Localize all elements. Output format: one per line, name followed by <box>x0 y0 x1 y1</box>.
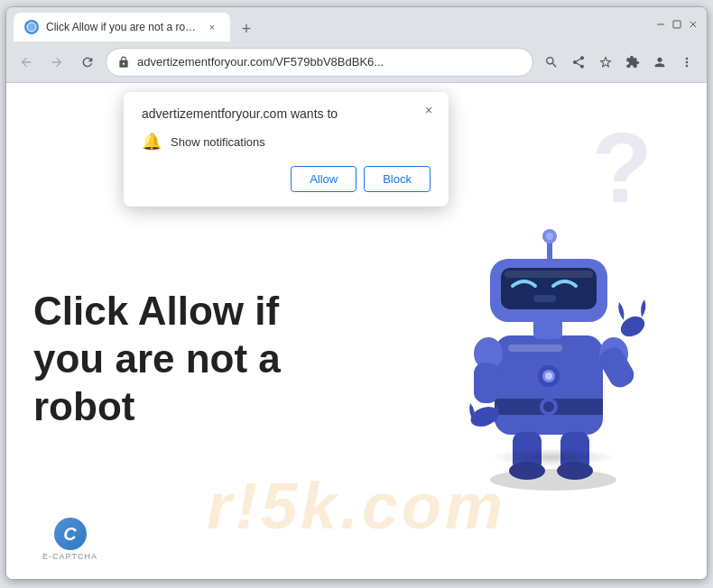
popup-actions: Allow Block <box>142 166 431 192</box>
bookmark-button[interactable] <box>593 50 618 75</box>
toolbar: advertizementforyour.com/VF579bbV8BdBK6.… <box>6 41 707 83</box>
url-text: advertizementforyour.com/VF579bbV8BdBK6.… <box>137 55 522 69</box>
window-controls <box>654 18 699 31</box>
popup-permission: 🔔 Show notifications <box>142 132 431 152</box>
svg-rect-8 <box>508 345 562 352</box>
close-window-button[interactable] <box>687 18 699 31</box>
minimize-button[interactable] <box>654 18 667 31</box>
lock-icon <box>117 56 130 69</box>
ecaptcha-logo-area: C E-CAPTCHA <box>42 518 97 561</box>
title-bar: Click Allow if you are not a robot × + <box>6 7 707 41</box>
svg-rect-11 <box>474 363 499 403</box>
maximize-button[interactable] <box>671 18 683 31</box>
tab-favicon <box>24 20 39 34</box>
extensions-button[interactable] <box>620 50 645 75</box>
back-button[interactable] <box>14 50 39 75</box>
tab-close-button[interactable]: × <box>205 20 219 34</box>
permission-text: Show notifications <box>171 135 265 149</box>
address-bar[interactable]: advertizementforyour.com/VF579bbV8BdBK6.… <box>106 48 533 77</box>
ecaptcha-label: E-CAPTCHA <box>42 552 97 561</box>
svg-rect-1 <box>657 24 664 25</box>
popup-title: advertizementforyour.com wants to <box>142 106 431 121</box>
menu-button[interactable] <box>674 50 699 75</box>
block-button[interactable]: Block <box>364 166 431 192</box>
main-heading: Click Allow if you are not a robot <box>33 288 304 430</box>
svg-point-26 <box>546 233 553 240</box>
popup-close-button[interactable]: × <box>420 101 438 119</box>
ecaptcha-icon: C <box>54 518 87 550</box>
robot-illustration <box>427 187 680 475</box>
robot-shadow <box>490 448 616 466</box>
search-button[interactable] <box>539 50 564 75</box>
svg-rect-2 <box>673 21 681 28</box>
toolbar-actions <box>539 50 699 75</box>
tab-title: Click Allow if you are not a robot <box>46 21 198 33</box>
reload-button[interactable] <box>75 50 100 75</box>
tabs-area: Click Allow if you are not a robot × + <box>14 7 647 41</box>
allow-button[interactable]: Allow <box>291 166 356 192</box>
new-tab-button[interactable]: + <box>234 16 259 41</box>
browser-window: Click Allow if you are not a robot × + <box>5 6 708 580</box>
bell-icon: 🔔 <box>142 132 162 152</box>
webpage: ? Click Allow if you are not a robot <box>6 83 707 579</box>
page-content: ? Click Allow if you are not a robot <box>6 83 707 579</box>
svg-point-3 <box>490 469 616 491</box>
share-button[interactable] <box>566 50 591 75</box>
svg-rect-24 <box>547 241 552 261</box>
svg-rect-22 <box>505 271 593 278</box>
svg-point-7 <box>543 401 554 412</box>
notification-popup: × advertizementforyour.com wants to 🔔 Sh… <box>124 92 449 207</box>
svg-point-29 <box>545 372 552 380</box>
svg-rect-23 <box>533 295 556 302</box>
profile-button[interactable] <box>647 50 672 75</box>
active-tab[interactable]: Click Allow if you are not a robot × <box>14 13 230 41</box>
forward-button[interactable] <box>44 50 69 75</box>
